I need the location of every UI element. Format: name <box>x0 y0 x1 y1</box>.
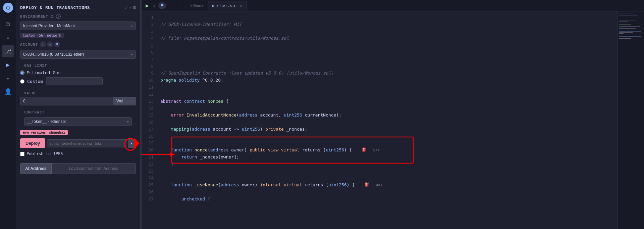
code-token: public <box>250 147 265 154</box>
empty-line <box>160 84 163 91</box>
code-token: // OpenZeppelin Contracts (last updated … <box>160 70 334 77</box>
account-add-icon[interactable]: + <box>40 41 46 47</box>
code-token: virtual <box>284 182 302 189</box>
code-token: ) { <box>347 182 355 189</box>
code-token <box>160 147 171 154</box>
line-numbers: 1234 5678 9101112 13141516 17181920 2122… <box>142 11 158 229</box>
zoom-in-button[interactable]: + <box>176 2 182 9</box>
code-token: function <box>171 182 192 189</box>
code-line <box>160 119 617 126</box>
tab-ether-sol[interactable]: ◆ ether.sol × <box>208 1 247 10</box>
git-icon[interactable]: ⎇ <box>2 45 14 57</box>
load-contract-button[interactable]: Load contract from Address <box>52 163 136 174</box>
code-token <box>176 77 179 84</box>
estimated-gas-radio[interactable] <box>20 71 24 75</box>
code-line <box>160 28 617 35</box>
publish-checkbox[interactable] <box>20 152 24 156</box>
estimated-gas-row: Estimated Gas <box>20 69 136 76</box>
code-line <box>160 168 617 175</box>
deploy-row: Deploy ▾ <box>16 136 140 150</box>
zoom-out-button[interactable]: − <box>170 2 175 9</box>
deploy-chevron-button[interactable]: ▾ <box>128 139 136 148</box>
sidebar-title: DEPLOY & RUN TRANSACTIONS <box>20 5 90 10</box>
estimated-gas-label: Estimated Gas <box>26 70 61 75</box>
deploy-icon[interactable]: ▶ <box>2 58 14 71</box>
editor-container: 1234 5678 9101112 13141516 17181920 2122… <box>142 11 644 229</box>
empty-line <box>160 63 163 70</box>
code-line: abstract contract Nonces { <box>160 98 617 105</box>
code-line: function nonce(address owner) public vie… <box>160 147 617 154</box>
empty-line <box>160 133 163 140</box>
compile-icon[interactable]: ⚡ <box>152 2 157 9</box>
code-line: // SPDX-License-Identifier: MIT <box>160 21 617 28</box>
sidebar-forward-icon[interactable]: › <box>129 5 131 10</box>
sidebar-check-icon[interactable]: ✓ <box>125 5 127 10</box>
code-token <box>160 112 171 119</box>
search-icon[interactable]: ⌕ <box>2 32 14 44</box>
account-copy-icon[interactable]: ⧉ <box>54 41 60 47</box>
code-token: error <box>171 112 184 119</box>
code-token <box>160 182 171 189</box>
value-input[interactable] <box>20 97 114 105</box>
empty-line <box>160 49 163 56</box>
custom-gas-radio[interactable] <box>20 79 24 84</box>
code-token <box>278 147 281 154</box>
tab-toolbar-icons: ⚡ ⏺ <box>152 2 166 9</box>
code-token <box>281 182 284 189</box>
tab-home[interactable]: ⌂ Home <box>186 1 207 10</box>
deploy-args-input[interactable] <box>47 139 126 147</box>
value-unit-select[interactable]: Wei Gwei Finney Ether <box>114 97 136 105</box>
home-icon: ⌂ <box>190 3 192 8</box>
empty-line <box>160 28 163 35</box>
contract-label: CONTRACT <box>20 108 136 116</box>
account-edit-icon[interactable]: ✎ <box>47 41 53 47</box>
account-select[interactable]: 0x834...64816 (0.08715132 ether) <box>20 50 136 59</box>
code-token: _nonces; <box>284 126 307 133</box>
code-token: contract <box>184 98 205 105</box>
code-token: address <box>239 112 258 119</box>
code-line: return _nonces[owner]; <box>160 154 617 161</box>
custom-gas-input[interactable]: 3000000 <box>46 77 103 85</box>
code-line <box>160 14 617 21</box>
run-button[interactable]: ▶ <box>144 2 150 9</box>
deploy-button[interactable]: Deploy <box>20 138 45 148</box>
at-address-button[interactable]: At Address <box>20 163 52 174</box>
code-token: address <box>192 126 210 133</box>
code-token: solidity <box>179 77 200 84</box>
environment-info-icon[interactable]: i <box>56 14 61 19</box>
sidebar-layout-icon[interactable]: ⊡ <box>133 5 136 10</box>
toggle-icon[interactable]: ⏺ <box>158 2 166 9</box>
code-token: owner) <box>239 182 260 189</box>
code-token: ( <box>236 112 239 119</box>
code-token: ( <box>208 147 210 154</box>
publish-row: Publish to IPFS <box>16 150 140 157</box>
environment-select[interactable]: Injected Provider - MetaMask Remix VM (L… <box>20 21 136 30</box>
code-line: mapping(address account => uint256) priv… <box>160 126 617 133</box>
code-token: return <box>181 154 197 161</box>
tab-close-button[interactable]: × <box>238 3 243 8</box>
chevron-down-icon: ▾ <box>130 141 133 146</box>
files-icon[interactable]: ⧉ <box>2 18 14 30</box>
value-row: Wei Gwei Finney Ether <box>20 97 136 105</box>
contract-section: CONTRACT __Token__ - ether.sol <box>16 107 140 129</box>
contract-select[interactable]: __Token__ - ether.sol <box>24 117 132 126</box>
code-token <box>192 147 195 154</box>
code-token <box>265 147 268 154</box>
empty-line <box>160 14 163 21</box>
empty-line <box>160 168 163 175</box>
publish-label: Publish to IPFS <box>26 151 63 156</box>
sidebar-panel: DEPLOY & RUN TRANSACTIONS ✓ › ⊡ ENVIRONM… <box>16 0 140 229</box>
user-icon[interactable]: 👤 <box>2 85 14 97</box>
logo-icon[interactable]: ⬡ <box>3 3 13 13</box>
code-token: internal <box>260 182 281 189</box>
code-token: { <box>205 196 210 203</box>
custom-gas-label: Custom <box>27 79 43 84</box>
empty-line <box>160 42 163 49</box>
plugin-icon[interactable]: ✦ <box>2 72 14 84</box>
code-token: returns ( <box>300 147 326 154</box>
plugin-icon2[interactable]: ⬡ <box>50 14 54 19</box>
code-token: _nonces[owner]; <box>197 154 239 161</box>
code-token: InvalidAccountNonce <box>186 112 236 119</box>
account-label: ACCOUNT + ✎ ⧉ <box>16 39 140 49</box>
code-token: ( <box>218 182 221 189</box>
